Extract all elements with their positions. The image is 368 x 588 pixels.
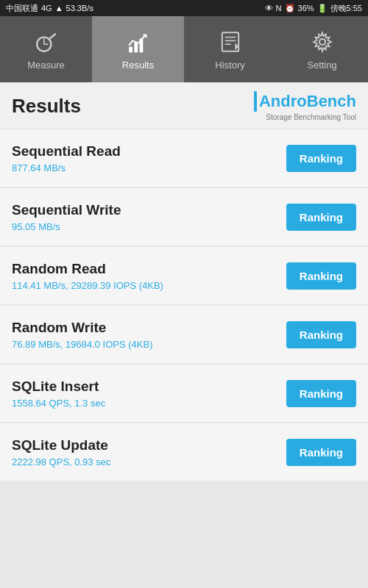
- logo-bench: Bench: [307, 92, 356, 110]
- status-right: 👁 N ⏰ 36% 🔋 傍晚5:55: [265, 3, 362, 14]
- tab-bar: Measure Results History: [0, 16, 368, 82]
- tab-history[interactable]: History: [184, 16, 276, 82]
- carrier-text: 中国联通: [6, 3, 38, 14]
- result-title-sqlite-update: SQLite Update: [12, 437, 286, 453]
- battery-text: 36%: [298, 4, 314, 12]
- svg-point-12: [319, 39, 325, 45]
- status-bar: 中国联通 4G ▲ 53.3B/s 👁 N ⏰ 36% 🔋 傍晚5:55: [0, 0, 368, 16]
- page-header: Results AndroBench Storage Benchmarking …: [0, 82, 368, 129]
- result-row-sqlite-insert: SQLite Insert 1558.64 QPS, 1.3 sec Ranki…: [0, 365, 368, 422]
- svg-rect-4: [129, 46, 132, 52]
- page-title: Results: [12, 95, 81, 118]
- logo-subtitle: Storage Benchmarking Tool: [266, 113, 356, 121]
- tab-results[interactable]: Results: [92, 16, 184, 82]
- result-info-sequential-write: Sequential Write 95.05 MB/s: [12, 202, 286, 232]
- result-info-sqlite-update: SQLite Update 2222.98 QPS, 0.93 sec: [12, 437, 286, 467]
- measure-icon: [33, 29, 60, 55]
- result-value-sequential-write: 95.05 MB/s: [12, 221, 286, 232]
- battery-icon: 🔋: [317, 4, 328, 13]
- speed-text: 53.3B/s: [66, 4, 93, 12]
- ranking-btn-sqlite-update[interactable]: Ranking: [286, 439, 356, 466]
- logo-wrapper: AndroBench: [254, 91, 356, 112]
- alarm-icon: ⏰: [285, 4, 295, 13]
- result-row-sequential-write: Sequential Write 95.05 MB/s Ranking: [0, 188, 368, 245]
- result-value-random-read: 114.41 MB/s, 29289.39 IOPS (4KB): [12, 280, 286, 291]
- network-type: 4G: [41, 4, 52, 12]
- result-value-sqlite-insert: 1558.64 QPS, 1.3 sec: [12, 398, 286, 409]
- tab-measure-label: Measure: [27, 60, 65, 71]
- logo-container: AndroBench Storage Benchmarking Tool: [254, 91, 356, 121]
- result-info-random-read: Random Read 114.41 MB/s, 29289.39 IOPS (…: [12, 261, 286, 291]
- result-value-sequential-read: 877.64 MB/s: [12, 162, 286, 173]
- ranking-btn-random-write[interactable]: Ranking: [286, 321, 356, 348]
- result-info-random-write: Random Write 76.89 MB/s, 19684.0 IOPS (4…: [12, 320, 286, 350]
- ranking-btn-random-read[interactable]: Ranking: [286, 262, 356, 290]
- results-icon: [125, 29, 152, 55]
- results-list: Sequential Read 877.64 MB/s Ranking Sequ…: [0, 129, 368, 481]
- result-info-sqlite-insert: SQLite Insert 1558.64 QPS, 1.3 sec: [12, 379, 286, 409]
- tab-setting-label: Setting: [307, 60, 336, 71]
- tab-measure[interactable]: Measure: [0, 16, 92, 82]
- result-row-random-read: Random Read 114.41 MB/s, 29289.39 IOPS (…: [0, 247, 368, 304]
- tab-history-label: History: [215, 60, 244, 71]
- result-info-sequential-read: Sequential Read 877.64 MB/s: [12, 143, 286, 173]
- tab-results-label: Results: [122, 60, 154, 71]
- result-title-sqlite-insert: SQLite Insert: [12, 379, 286, 395]
- logo-accent-bar: [254, 91, 257, 112]
- ranking-btn-sqlite-insert[interactable]: Ranking: [286, 380, 356, 407]
- result-title-sequential-write: Sequential Write: [12, 202, 286, 218]
- tab-setting[interactable]: Setting: [276, 16, 368, 82]
- time-text: 傍晚5:55: [330, 3, 362, 14]
- result-row-random-write: Random Write 76.89 MB/s, 19684.0 IOPS (4…: [0, 306, 368, 363]
- result-row-sequential-read: Sequential Read 877.64 MB/s Ranking: [0, 129, 368, 187]
- ranking-btn-sequential-write[interactable]: Ranking: [286, 204, 356, 231]
- result-row-sqlite-update: SQLite Update 2222.98 QPS, 0.93 sec Rank…: [0, 423, 368, 481]
- result-title-sequential-read: Sequential Read: [12, 143, 286, 159]
- status-left: 中国联通 4G ▲ 53.3B/s: [6, 3, 93, 14]
- result-value-sqlite-update: 2222.98 QPS, 0.93 sec: [12, 456, 286, 467]
- logo-text: AndroBench: [259, 92, 356, 111]
- n-icon: N: [276, 4, 282, 12]
- ranking-btn-sequential-read[interactable]: Ranking: [286, 145, 356, 172]
- wifi-icon: ▲: [55, 4, 63, 12]
- svg-rect-5: [134, 42, 138, 52]
- result-title-random-read: Random Read: [12, 261, 286, 277]
- history-icon: [217, 29, 244, 55]
- setting-icon: [309, 29, 336, 55]
- svg-line-1: [49, 33, 56, 38]
- logo-andro: Andro: [259, 92, 307, 110]
- eye-icon: 👁: [265, 4, 273, 12]
- result-value-random-write: 76.89 MB/s, 19684.0 IOPS (4KB): [12, 339, 286, 350]
- result-title-random-write: Random Write: [12, 320, 286, 336]
